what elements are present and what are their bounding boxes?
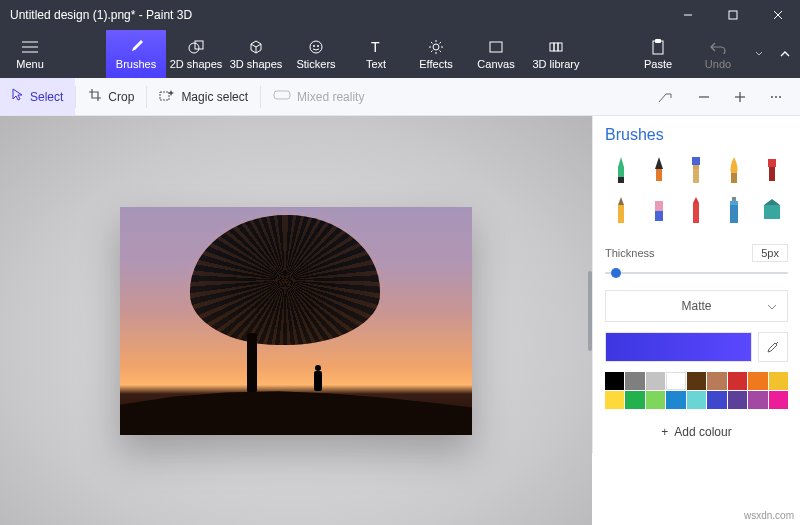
hill-silhouette	[120, 381, 472, 435]
add-color-button[interactable]: + Add colour	[605, 417, 788, 447]
color-swatch[interactable]	[605, 391, 624, 409]
brush-watercolor[interactable]	[718, 154, 750, 186]
context-toolbar: Select Crop Magic select Mixed reality ⋯	[0, 78, 800, 116]
ribbon-label: Stickers	[296, 58, 335, 70]
ribbon-label: 3D library	[532, 58, 579, 70]
slider-knob[interactable]	[611, 268, 621, 278]
maximize-button[interactable]	[710, 0, 755, 30]
magic-select-tool[interactable]: Magic select	[147, 78, 260, 115]
brush-pencil[interactable]	[605, 194, 637, 226]
brush-icon	[128, 38, 144, 56]
magic-select-icon	[159, 88, 175, 105]
ribbon: Menu Brushes 2D shapes 3D shapes Sticker…	[0, 30, 800, 78]
svg-rect-48	[764, 205, 780, 219]
ribbon-tab-3d-shapes[interactable]: 3D shapes	[226, 30, 286, 78]
canvas-image[interactable]	[120, 207, 472, 435]
brush-crayon[interactable]	[681, 194, 713, 226]
color-swatch[interactable]	[625, 372, 644, 390]
undo-icon	[710, 38, 726, 56]
zoom-in-button[interactable]	[722, 78, 758, 115]
color-swatch[interactable]	[748, 391, 767, 409]
color-swatch[interactable]	[666, 372, 685, 390]
menu-icon	[22, 38, 38, 56]
color-swatch[interactable]	[728, 391, 747, 409]
brush-marker[interactable]	[605, 154, 637, 186]
svg-point-10	[313, 45, 315, 47]
ribbon-label: Text	[366, 58, 386, 70]
ribbon-tab-text[interactable]: T Text	[346, 30, 406, 78]
ribbon-tab-canvas[interactable]: Canvas	[466, 30, 526, 78]
svg-rect-28	[160, 92, 169, 100]
plus-icon: +	[661, 425, 668, 439]
crop-tool[interactable]: Crop	[76, 78, 146, 115]
color-swatch[interactable]	[666, 391, 685, 409]
color-swatch[interactable]	[748, 372, 767, 390]
color-swatch[interactable]	[687, 391, 706, 409]
svg-point-9	[310, 41, 322, 53]
ribbon-label: 3D shapes	[230, 58, 283, 70]
eyedropper-button[interactable]	[758, 332, 788, 362]
thickness-slider[interactable]	[605, 268, 788, 278]
color-swatch[interactable]	[625, 391, 644, 409]
svg-rect-23	[550, 43, 554, 51]
brush-grid	[605, 154, 788, 226]
material-dropdown[interactable]: Matte	[605, 290, 788, 322]
collapse-ribbon-button[interactable]	[770, 30, 800, 78]
svg-rect-35	[692, 157, 700, 165]
brush-pixel[interactable]	[756, 154, 788, 186]
brush-calligraphy[interactable]	[643, 154, 675, 186]
paste-button[interactable]: Paste	[628, 30, 688, 78]
add-color-label: Add colour	[674, 425, 731, 439]
brush-eraser[interactable]	[643, 194, 675, 226]
ribbon-tab-brushes[interactable]: Brushes	[106, 30, 166, 78]
svg-rect-29	[274, 91, 290, 99]
svg-rect-41	[618, 205, 624, 223]
svg-rect-24	[554, 43, 558, 51]
close-button[interactable]	[755, 0, 800, 30]
more-options-button[interactable]: ⋯	[758, 78, 800, 115]
ribbon-tab-3d-library[interactable]: 3D library	[526, 30, 586, 78]
thickness-value[interactable]: 5px	[752, 244, 788, 262]
canvas-viewport[interactable]	[0, 116, 592, 525]
svg-rect-1	[729, 11, 737, 19]
material-value: Matte	[681, 299, 711, 313]
title-bar: Untitled design (1).png* - Paint 3D	[0, 0, 800, 30]
svg-line-21	[440, 42, 442, 44]
color-swatch[interactable]	[728, 372, 747, 390]
svg-rect-37	[693, 169, 699, 183]
color-swatch[interactable]	[605, 372, 624, 390]
color-swatch[interactable]	[707, 372, 726, 390]
undo-button[interactable]: Undo	[688, 30, 748, 78]
mixed-reality-tool: Mixed reality	[261, 78, 376, 115]
panel-heading: Brushes	[605, 126, 788, 144]
color-swatch[interactable]	[769, 372, 788, 390]
text-icon: T	[368, 38, 384, 56]
effects-icon	[428, 38, 444, 56]
svg-rect-34	[656, 169, 662, 181]
ribbon-tab-stickers[interactable]: Stickers	[286, 30, 346, 78]
brush-fill[interactable]	[756, 194, 788, 226]
shape2d-icon	[188, 38, 204, 56]
color-swatch[interactable]	[687, 372, 706, 390]
brush-oil[interactable]	[681, 154, 713, 186]
ribbon-tab-2d-shapes[interactable]: 2D shapes	[166, 30, 226, 78]
color-swatch[interactable]	[646, 391, 665, 409]
window-title: Untitled design (1).png* - Paint 3D	[10, 8, 665, 22]
color-swatch[interactable]	[707, 391, 726, 409]
minimize-button[interactable]	[665, 0, 710, 30]
zoom-out-button[interactable]	[686, 78, 722, 115]
view-3d-button[interactable]	[646, 78, 686, 115]
color-swatch[interactable]	[646, 372, 665, 390]
current-color-swatch[interactable]	[605, 332, 752, 362]
brush-spray[interactable]	[718, 194, 750, 226]
ribbon-label: Effects	[419, 58, 452, 70]
person-silhouette	[314, 371, 322, 391]
color-swatch[interactable]	[769, 391, 788, 409]
menu-button[interactable]: Menu	[0, 30, 60, 78]
watermark: wsxdn.com	[744, 510, 794, 521]
svg-text:T: T	[371, 39, 380, 55]
select-tool[interactable]: Select	[0, 78, 75, 115]
history-dropdown[interactable]	[748, 30, 770, 78]
ribbon-tab-effects[interactable]: Effects	[406, 30, 466, 78]
color-swatches	[605, 372, 788, 409]
